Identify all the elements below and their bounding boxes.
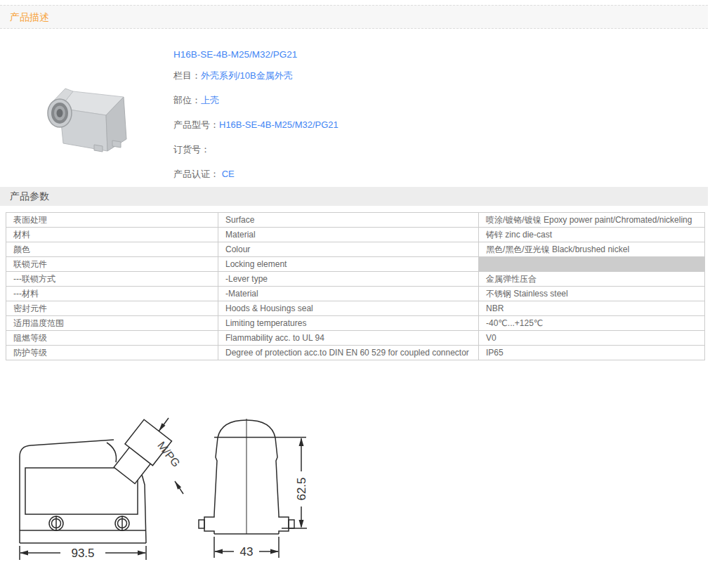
product-photo — [37, 72, 142, 162]
param-value-cell: 黑色/黑色/亚光镍 Black/brushed nickel — [479, 242, 705, 257]
param-value-cell: 不锈钢 Stainless steel — [479, 287, 705, 301]
field-label: 栏目： — [173, 70, 201, 81]
field-label: 订货号： — [173, 144, 210, 155]
table-row: 防护等级 Degree of protection acc.to DIN EN … — [6, 346, 705, 360]
field-label: 产品认证： — [173, 169, 219, 179]
param-value-cell: 金属弹性压合 — [479, 272, 705, 287]
front-view-line-drawing: 62.5 43 — [197, 414, 341, 577]
table-row: 阻燃等级 Flammability acc. to UL 94 V0 — [6, 331, 705, 346]
param-en-cell: Surface — [218, 213, 479, 228]
product-field-certification: 产品认证： CE — [173, 169, 693, 178]
parameters-table: 表面处理 Surface 喷涂/镀铬/镀镍 Epoxy power paint/… — [6, 212, 705, 360]
param-cn-cell: 阻燃等级 — [6, 331, 218, 346]
product-info: H16B-SE-4B-M25/M32/PG21 栏目：外壳系列/10B金属外壳 … — [173, 49, 693, 194]
field-label: 产品型号： — [173, 119, 219, 130]
section-header-parameters: 产品参数 — [0, 187, 708, 206]
table-row: ---联锁方式 -Lever type 金属弹性压合 — [6, 272, 705, 287]
param-value-cell-shaded — [479, 257, 705, 272]
param-en-cell: -Lever type — [218, 272, 479, 287]
param-cn-cell: 适用温度范围 — [6, 316, 218, 331]
param-cn-cell: 密封元件 — [6, 301, 218, 316]
section-header-description: 产品描述 — [0, 5, 708, 29]
param-cn-cell: 联锁元件 — [6, 257, 218, 272]
param-en-cell: -Material — [218, 287, 479, 301]
dimension-width-front-view: 43 — [240, 545, 254, 558]
product-field-category: 栏目：外壳系列/10B金属外壳 — [173, 71, 693, 80]
drawing-front-view: 62.5 43 — [197, 414, 341, 580]
table-row: 适用温度范围 Limiting temperatures -40℃...+125… — [6, 316, 705, 331]
param-cn-cell: 防护等级 — [6, 346, 218, 360]
param-en-cell: Degree of protection acc.to DIN EN 60 52… — [218, 346, 479, 360]
table-row: 材料 Material 铸锌 zinc die-cast — [6, 228, 705, 242]
drawing-side-view: 93.5 M/PG — [8, 414, 192, 579]
param-cn-cell: 颜色 — [6, 242, 218, 257]
param-en-cell: Hoods & Housings seal — [218, 301, 479, 316]
param-en-cell: Limiting temperatures — [218, 316, 479, 331]
param-value-cell: -40℃...+125℃ — [479, 316, 705, 331]
table-row: ---材料 -Material 不锈钢 Stainless steel — [6, 287, 705, 301]
param-value-cell: V0 — [479, 331, 705, 346]
section-title-description: 产品描述 — [10, 11, 49, 22]
param-en-cell: Colour — [218, 242, 479, 257]
side-view-line-drawing: 93.5 M/PG — [8, 414, 192, 576]
part-link[interactable]: 上壳 — [201, 95, 219, 105]
table-row: 表面处理 Surface 喷涂/镀铬/镀镍 Epoxy power paint/… — [6, 213, 705, 228]
param-value-cell: 铸锌 zinc die-cast — [479, 228, 705, 242]
certification-link[interactable]: CE — [222, 169, 235, 179]
section-title-parameters: 产品参数 — [10, 190, 49, 202]
param-value-cell: 喷涂/镀铬/镀镍 Epoxy power paint/Chromated/nic… — [479, 213, 705, 228]
dimension-width-side-view: 93.5 — [71, 547, 94, 560]
model-link[interactable]: H16B-SE-4B-M25/M32/PG21 — [219, 119, 338, 130]
field-label: 部位： — [173, 95, 201, 105]
param-cn-cell: ---联锁方式 — [6, 272, 218, 287]
product-field-model: 产品型号：H16B-SE-4B-M25/M32/PG21 — [173, 120, 693, 129]
dimension-height-front-view: 62.5 — [295, 477, 308, 500]
table-row: 密封元件 Hoods & Housings seal NBR — [6, 301, 705, 316]
param-cn-cell: 材料 — [6, 228, 218, 242]
product-title-link[interactable]: H16B-SE-4B-M25/M32/PG21 — [173, 49, 693, 60]
param-value-cell: NBR — [479, 301, 705, 316]
product-field-part: 部位：上壳 — [173, 96, 693, 105]
category-link[interactable]: 外壳系列/10B金属外壳 — [201, 70, 293, 81]
param-value-cell: IP65 — [479, 346, 705, 360]
connector-hood-photo-illustration — [37, 72, 142, 162]
param-cn-cell: ---材料 — [6, 287, 218, 301]
param-en-cell: Material — [218, 228, 479, 242]
table-row: 联锁元件 Locking element — [6, 257, 705, 272]
param-en-cell: Flammability acc. to UL 94 — [218, 331, 479, 346]
param-en-cell: Locking element — [218, 257, 479, 272]
product-field-order-no: 订货号： — [173, 145, 693, 154]
param-cn-cell: 表面处理 — [6, 213, 218, 228]
table-row: 颜色 Colour 黑色/黑色/亚光镍 Black/brushed nickel — [6, 242, 705, 257]
